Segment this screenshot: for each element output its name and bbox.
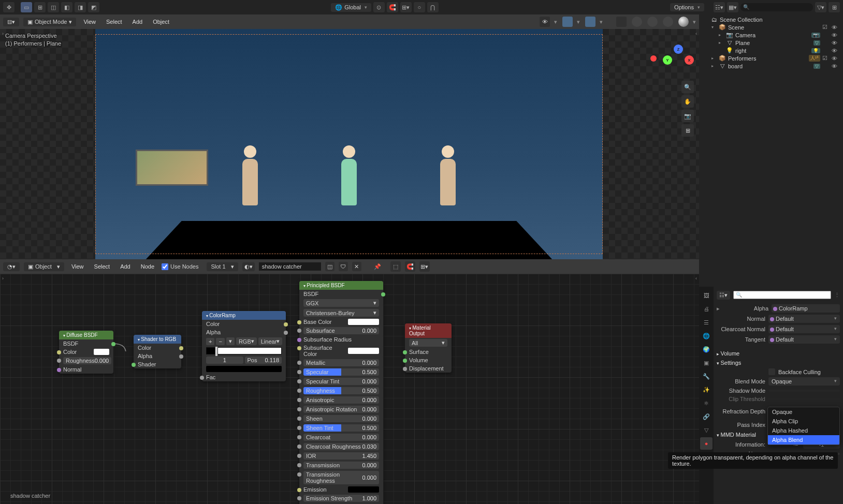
input-displacement[interactable]: Displacement — [405, 364, 452, 373]
material-name-input[interactable] — [259, 262, 321, 271]
node-node-menu[interactable]: Node — [138, 262, 157, 271]
outliner-root[interactable]: 🗂Scene Collection — [701, 16, 841, 23]
camera-view-icon[interactable]: 📷 — [681, 110, 694, 122]
widget5-icon[interactable]: ◩ — [88, 2, 99, 12]
falloff-icon[interactable]: ⋂ — [427, 2, 439, 12]
snap-node-icon[interactable]: 🧲 — [405, 261, 415, 272]
input-roughness[interactable]: Roughness0.500 — [299, 386, 383, 395]
input-transmission[interactable]: Transmission0.000 — [299, 461, 383, 470]
tab-constraint-icon[interactable]: 🔗 — [700, 410, 713, 423]
fake-user-icon[interactable]: 🛡 — [339, 262, 348, 271]
outliner-item[interactable]: ▸▽board▽👁 — [701, 62, 841, 70]
blend-option-opaque[interactable]: Opaque — [768, 407, 839, 417]
node-select-menu[interactable]: Select — [91, 262, 113, 271]
shading-rendered-icon[interactable] — [678, 17, 689, 27]
overlay-toggle[interactable] — [585, 17, 595, 27]
input-transmission-roughness[interactable]: Transmission Roughness0.000 — [299, 470, 383, 485]
node-colorramp[interactable]: ColorRamp Color Alpha + − ▾ RGB▾ Linear▾… — [202, 311, 286, 381]
input-normal[interactable]: Normal — [59, 365, 113, 374]
colorramp-swatch[interactable] — [202, 365, 286, 373]
shadow-mode-row[interactable]: Shadow Mode — [717, 387, 840, 395]
input-volume[interactable]: Volume — [405, 356, 452, 364]
outliner-item[interactable]: ▸📷Camera📷👁 — [701, 31, 841, 39]
tab-render-icon[interactable]: 🖼 — [700, 289, 713, 302]
input-metallic[interactable]: Metallic0.000 — [299, 358, 383, 367]
colorramp-pos[interactable]: 1 Pos0.118 — [202, 355, 286, 365]
shading-wire-icon[interactable] — [632, 17, 642, 27]
node-view-menu[interactable]: View — [68, 262, 87, 271]
input-shader[interactable]: Shader — [134, 360, 181, 368]
node-material-output[interactable]: Material Output All▾ Surface Volume Disp… — [405, 323, 452, 373]
input-sheen[interactable]: Sheen0.000 — [299, 414, 383, 423]
input-subsurface[interactable]: Subsurface0.000 — [299, 326, 383, 335]
alpha-row[interactable]: ▸ Alpha ColorRamp — [717, 303, 840, 314]
node-object-select[interactable]: ▣ Object ▾ — [24, 262, 64, 271]
tangent-row[interactable]: Tangent Default — [717, 334, 840, 345]
clearcoat-normal-row[interactable]: Clearcoat Normal Default — [717, 324, 840, 334]
outliner-item[interactable]: ▾📦Scene☑👁 — [701, 23, 841, 31]
orientation-select[interactable]: 🌐 Global — [331, 3, 371, 12]
new-material-icon[interactable]: ◫ — [325, 262, 335, 271]
view-menu[interactable]: View — [80, 18, 99, 26]
outliner-item[interactable]: ▸📦Performers人¹⁸☑👁 — [701, 54, 841, 62]
blend-option-alpha-clip[interactable]: Alpha Clip — [768, 417, 839, 426]
input-clearcoat-roughness[interactable]: Clearcoat Roughness0.030 — [299, 442, 383, 451]
outliner-filter-icon[interactable]: ▦▾ — [727, 2, 738, 12]
widget3-icon[interactable]: ◧ — [61, 2, 72, 12]
widget4-icon[interactable]: ◨ — [75, 2, 86, 12]
volume-panel-header[interactable]: Volume — [717, 349, 840, 358]
tab-object-icon[interactable]: ▣ — [700, 357, 713, 369]
input-subsurface-color[interactable]: Subsurface Color — [299, 344, 383, 358]
shading-solid-icon[interactable] — [647, 17, 658, 27]
outliner-item[interactable]: 💡right💡👁 — [701, 47, 841, 54]
input-ior[interactable]: IOR1.450 — [299, 451, 383, 461]
input-color[interactable]: Color — [59, 348, 113, 356]
colorramp-controls[interactable]: + − ▾ RGB▾ Linear▾ — [202, 336, 286, 346]
unlink-material-icon[interactable]: ✕ — [352, 262, 361, 271]
pan-icon[interactable]: ✋ — [681, 95, 694, 108]
editor-type-icon[interactable]: ⊟▾ — [3, 18, 19, 26]
filter-icon[interactable]: ▽▾ — [815, 2, 826, 12]
tab-viewlayer-icon[interactable]: ☰ — [700, 316, 713, 329]
object-menu[interactable]: Object — [150, 18, 172, 26]
input-emission-strength[interactable]: Emission Strength1.000 — [299, 494, 383, 503]
pin-icon[interactable]: 📌 — [373, 262, 382, 271]
tab-world-icon[interactable]: 🌍 — [700, 343, 713, 355]
material-icon[interactable]: ◐▾ — [242, 262, 255, 271]
sss-method-select[interactable]: Christensen-Burley▾ — [299, 308, 383, 318]
proportional-icon[interactable]: ○ — [414, 2, 425, 12]
snap-icon[interactable]: 🧲 — [387, 2, 398, 12]
outliner-display-icon[interactable]: ☷▾ — [714, 2, 725, 12]
colorramp-gradient[interactable] — [202, 346, 286, 355]
node-principled-bsdf[interactable]: Principled BSDF BSDF GGX▾ Christensen-Bu… — [299, 281, 383, 504]
node-collapse-right[interactable]: ‹ — [695, 276, 697, 281]
viewport-visibility-icon[interactable]: 👁 — [540, 17, 550, 27]
outliner-search[interactable] — [740, 3, 813, 11]
tab-output-icon[interactable]: 🖨 — [700, 303, 713, 315]
blend-option-alpha-blend[interactable]: Alpha Blend — [768, 435, 839, 444]
cursor-tool-icon[interactable]: ✥ — [3, 2, 14, 12]
input-clearcoat[interactable]: Clearcoat0.000 — [299, 433, 383, 442]
shading-matprev-icon[interactable] — [663, 17, 673, 27]
viewport-collapse-left[interactable]: › — [2, 31, 4, 36]
tab-material-icon[interactable]: ● — [700, 437, 713, 450]
node-editor-type-icon[interactable]: ◔▾ — [3, 262, 20, 271]
props-context-icon[interactable]: ☷▾ — [717, 291, 730, 300]
blend-mode-row[interactable]: Blend Mode Opaque — [717, 376, 840, 387]
outliner-item[interactable]: ▸▽Plane▽👁 — [701, 39, 841, 47]
input-specular-tint[interactable]: Specular Tint0.000 — [299, 377, 383, 386]
material-slot-select[interactable]: Slot 1 ▾ — [207, 262, 238, 271]
mode-select[interactable]: ▣ Object Mode ▾ — [23, 18, 76, 26]
zoom-icon[interactable]: 🔍 — [681, 81, 694, 93]
select-tool-icon[interactable]: ▭ — [21, 2, 32, 12]
snap-node-mode-icon[interactable]: ⊞▾ — [419, 261, 430, 272]
xray-icon[interactable] — [616, 17, 627, 27]
add-menu[interactable]: Add — [129, 18, 146, 26]
options-button[interactable]: Options — [670, 3, 704, 11]
input-roughness[interactable]: Roughness0.000 — [59, 356, 113, 365]
input-surface[interactable]: Surface — [405, 348, 452, 356]
tab-data-icon[interactable]: ▽ — [700, 424, 713, 436]
input-fac[interactable]: Fac — [202, 373, 286, 381]
tab-scene-icon[interactable]: 🌐 — [700, 330, 713, 342]
node-shader-to-rgb[interactable]: Shader to RGB Color Alpha Shader — [134, 335, 181, 368]
